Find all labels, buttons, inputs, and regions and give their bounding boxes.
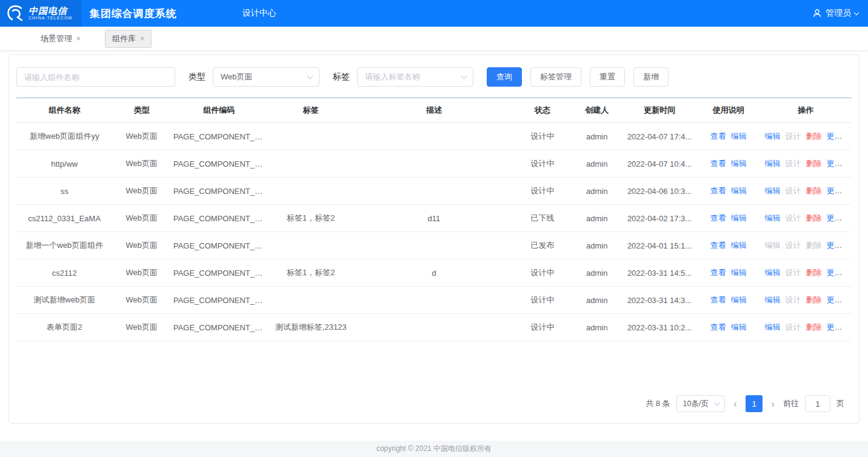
view-usage-link[interactable]: 查看 xyxy=(710,213,726,222)
view-usage-link[interactable]: 查看 xyxy=(710,322,726,332)
cell-type: Web页面 xyxy=(112,232,170,259)
page-number-1[interactable]: 1 xyxy=(746,395,763,412)
cell-description xyxy=(355,123,513,150)
nav-design-center[interactable]: 设计中心 xyxy=(242,8,276,19)
cell-component-code: PAGE_COMPONENT_FYC... xyxy=(171,178,267,205)
logo-text: 中国电信 CHINA TELECOM xyxy=(28,6,73,21)
tab-label: 场景管理 xyxy=(41,33,72,44)
cell-status: 设计中 xyxy=(513,259,572,287)
edit-usage-link[interactable]: 编辑 xyxy=(731,268,747,277)
cell-usage: 查看编辑 xyxy=(697,259,760,287)
goto-page-input[interactable] xyxy=(805,395,830,412)
edit-link[interactable]: 编辑 xyxy=(764,213,780,222)
edit-usage-link[interactable]: 编辑 xyxy=(731,159,747,168)
edit-link[interactable]: 编辑 xyxy=(764,295,780,304)
delete-link[interactable]: 删除 xyxy=(806,186,821,195)
cell-type: Web页面 xyxy=(112,178,170,205)
edit-usage-link[interactable]: 编辑 xyxy=(731,132,747,141)
tab-scene-management[interactable]: 场景管理 × xyxy=(33,30,88,48)
table-row: cs2112 Web页面 PAGE_COMPONENT_WX... 标签1，标签… xyxy=(16,259,852,287)
type-select[interactable]: Web页面 xyxy=(213,67,319,87)
view-usage-link[interactable]: 查看 xyxy=(710,159,726,168)
tab-component-library[interactable]: 组件库 × xyxy=(105,30,152,48)
logo-cn-text: 中国电信 xyxy=(28,6,73,16)
edit-usage-link[interactable]: 编辑 xyxy=(731,186,747,195)
content-area: 类型 Web页面 标签 请输入标签名称 查询 标签管理 重置 新增 xyxy=(0,51,868,441)
component-name-input[interactable] xyxy=(16,67,175,87)
cell-component-name: ss xyxy=(16,178,112,205)
goto-label: 前往 xyxy=(783,398,799,409)
edit-usage-link[interactable]: 编辑 xyxy=(731,295,747,304)
add-button[interactable]: 新增 xyxy=(633,67,669,87)
design-link: 设计 xyxy=(785,268,801,277)
cell-updated: 2022-03-31 14:3... xyxy=(622,287,697,314)
next-page-button[interactable]: › xyxy=(769,398,777,409)
edit-usage-link[interactable]: 编辑 xyxy=(731,213,747,222)
page-size-select[interactable]: 10条/页 xyxy=(676,395,725,412)
page-footer: copyright © 2021 中国电信版权所有 xyxy=(0,441,868,457)
cell-operations: 编辑设计删除更多 xyxy=(760,205,852,232)
cell-component-name: 新增一个web页面组件 xyxy=(16,232,112,259)
cell-status: 设计中 xyxy=(513,287,572,314)
more-link[interactable]: 更多 xyxy=(826,241,847,250)
delete-link[interactable]: 删除 xyxy=(806,322,821,332)
more-link[interactable]: 更多 xyxy=(826,186,847,195)
user-menu[interactable]: 管理员 xyxy=(812,8,858,19)
cell-component-code: PAGE_COMPONENT_A3E... xyxy=(171,314,267,341)
cell-usage: 查看编辑 xyxy=(697,178,760,205)
view-usage-link[interactable]: 查看 xyxy=(710,241,726,250)
more-link[interactable]: 更多 xyxy=(826,295,847,304)
edit-link[interactable]: 编辑 xyxy=(764,268,780,277)
chevron-down-icon xyxy=(843,272,847,276)
view-usage-link[interactable]: 查看 xyxy=(710,186,726,195)
more-link[interactable]: 更多 xyxy=(826,213,847,222)
more-link[interactable]: 更多 xyxy=(826,268,847,277)
tab-label: 组件库 xyxy=(112,33,136,44)
filter-bar: 类型 Web页面 标签 请输入标签名称 查询 标签管理 重置 新增 xyxy=(16,67,852,87)
more-link[interactable]: 更多 xyxy=(826,159,847,168)
edit-link[interactable]: 编辑 xyxy=(764,186,780,195)
table-row: cs2112_0331_EaMA Web页面 PAGE_COMPONENT_3G… xyxy=(16,205,852,232)
table-header-row: 组件名称 类型 组件编码 标签 描述 状态 创建人 更新时间 使用说明 操作 xyxy=(16,98,852,123)
cell-updated: 2022-04-06 10:3... xyxy=(622,178,697,205)
col-status: 状态 xyxy=(513,98,572,123)
tag-label: 标签 xyxy=(333,72,350,82)
cell-updated: 2022-04-02 17:3... xyxy=(622,205,697,232)
prev-page-button[interactable]: ‹ xyxy=(731,398,739,409)
cell-component-code: PAGE_COMPONENT_E6F... xyxy=(171,287,267,314)
tag-select[interactable]: 请输入标签名称 xyxy=(357,67,473,87)
close-icon[interactable]: × xyxy=(140,35,144,42)
edit-link[interactable]: 编辑 xyxy=(764,132,780,141)
cell-status: 已发布 xyxy=(513,232,572,259)
delete-link[interactable]: 删除 xyxy=(806,132,821,141)
type-select-value: Web页面 xyxy=(221,72,253,82)
view-usage-link[interactable]: 查看 xyxy=(710,132,726,141)
cell-updated: 2022-03-31 14:5... xyxy=(622,259,697,287)
cell-operations: 编辑设计删除更多 xyxy=(760,314,852,341)
tag-manage-button[interactable]: 标签管理 xyxy=(530,67,581,87)
view-usage-link[interactable]: 查看 xyxy=(710,268,726,277)
chevron-down-icon xyxy=(843,190,847,194)
delete-link[interactable]: 删除 xyxy=(806,268,821,277)
delete-link[interactable]: 删除 xyxy=(806,295,821,304)
edit-link[interactable]: 编辑 xyxy=(764,159,780,168)
edit-link[interactable]: 编辑 xyxy=(764,322,780,332)
view-usage-link[interactable]: 查看 xyxy=(710,295,726,304)
search-button[interactable]: 查询 xyxy=(487,67,522,87)
cell-updated: 2022-03-31 10:2... xyxy=(622,314,697,341)
close-icon[interactable]: × xyxy=(76,35,81,42)
user-icon xyxy=(812,8,822,18)
delete-link[interactable]: 删除 xyxy=(806,159,821,168)
tag-select-placeholder: 请输入标签名称 xyxy=(365,72,420,82)
design-link: 设计 xyxy=(785,295,801,304)
more-link[interactable]: 更多 xyxy=(826,132,847,141)
design-link: 设计 xyxy=(785,132,801,141)
more-link[interactable]: 更多 xyxy=(826,322,847,332)
edit-usage-link[interactable]: 编辑 xyxy=(731,241,747,250)
edit-usage-link[interactable]: 编辑 xyxy=(731,322,747,332)
delete-link[interactable]: 删除 xyxy=(806,213,821,222)
cell-creator: admin xyxy=(572,314,622,341)
col-tags: 标签 xyxy=(267,98,355,123)
goto-suffix: 页 xyxy=(836,398,844,409)
reset-button[interactable]: 重置 xyxy=(590,67,625,87)
